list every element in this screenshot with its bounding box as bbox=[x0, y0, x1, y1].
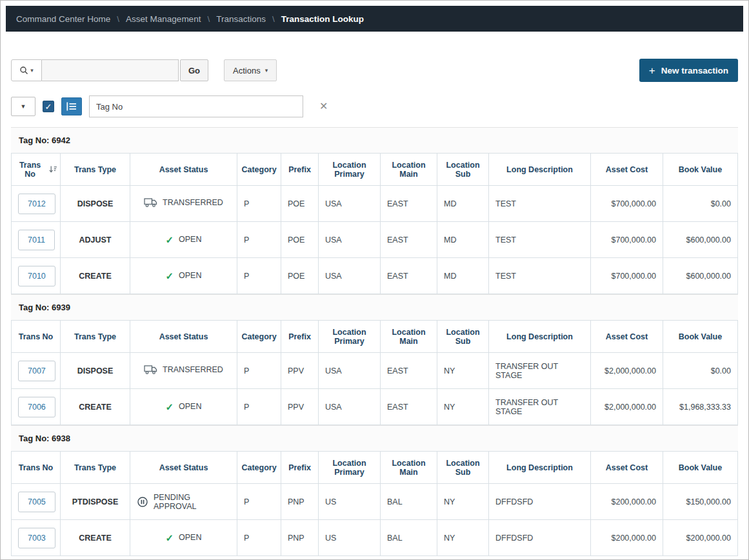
cell-location_sub: MD bbox=[437, 222, 489, 258]
chevron-down-icon: ▾ bbox=[30, 67, 34, 74]
column-header-trans_no[interactable]: Trans No bbox=[12, 154, 61, 186]
status-label: OPEN bbox=[179, 402, 201, 411]
chevron-down-icon: ▾ bbox=[265, 67, 268, 74]
column-header-prefix[interactable]: Prefix bbox=[281, 321, 319, 353]
column-header-label: Book Value bbox=[679, 165, 722, 174]
column-header-location_primary[interactable]: Location Primary bbox=[319, 321, 381, 353]
column-header-asset_status[interactable]: Asset Status bbox=[130, 154, 237, 186]
cell-long_description: DFFDSFD bbox=[489, 520, 591, 556]
column-header-location_main[interactable]: Location Main bbox=[381, 321, 437, 353]
filter-value-input[interactable] bbox=[89, 95, 303, 117]
filter-enabled-checkbox[interactable]: ✓ bbox=[43, 101, 54, 112]
column-header-asset_cost[interactable]: Asset Cost bbox=[591, 321, 663, 353]
check-icon: ✓ bbox=[165, 402, 174, 412]
cell-location_main: EAST bbox=[381, 353, 437, 389]
cell-book_value: $600,000.00 bbox=[663, 258, 738, 294]
cell-category: P bbox=[237, 484, 281, 520]
cell-trans_no: 7007 bbox=[12, 353, 61, 389]
column-header-label: Asset Status bbox=[159, 463, 208, 472]
cell-location_primary: USA bbox=[319, 186, 381, 222]
table-row: 7005PTDISPOSEPENDING APPROVALPPNPUSBALNY… bbox=[12, 484, 738, 520]
table-row: 7011ADJUST✓OPENPPOEUSAEASTMDTEST$700,000… bbox=[12, 222, 738, 258]
cell-location_primary: USA bbox=[319, 389, 381, 425]
column-header-location_main[interactable]: Location Main bbox=[381, 452, 437, 484]
cell-location_sub: NY bbox=[437, 353, 489, 389]
actions-button[interactable]: Actions ▾ bbox=[224, 59, 277, 81]
column-header-label: Location Primary bbox=[321, 459, 377, 477]
column-header-category[interactable]: Category bbox=[237, 321, 281, 353]
cell-asset_cost: $2,000,000.00 bbox=[591, 353, 663, 389]
column-header-label: Category bbox=[241, 463, 276, 472]
transactions-table: Trans NoTrans TypeAsset StatusCategoryPr… bbox=[11, 153, 738, 294]
column-header-trans_type[interactable]: Trans Type bbox=[61, 154, 130, 186]
new-transaction-button[interactable]: + New transaction bbox=[639, 59, 738, 82]
column-header-book_value[interactable]: Book Value bbox=[663, 154, 738, 186]
cell-asset_status: ✓OPEN bbox=[130, 258, 237, 294]
breadcrumb-link[interactable]: Command Center Home bbox=[16, 14, 110, 24]
go-button[interactable]: Go bbox=[180, 59, 208, 81]
cell-location_main: EAST bbox=[381, 222, 437, 258]
trans-no-link[interactable]: 7005 bbox=[18, 492, 55, 512]
filter-column-button[interactable] bbox=[61, 97, 82, 115]
cell-asset_cost: $2,000,000.00 bbox=[591, 389, 663, 425]
column-header-location_main[interactable]: Location Main bbox=[381, 154, 437, 186]
column-header-trans_type[interactable]: Trans Type bbox=[61, 321, 130, 353]
breadcrumb-separator: \ bbox=[117, 14, 119, 24]
column-header-location_sub[interactable]: Location Sub bbox=[437, 321, 489, 353]
trans-no-link[interactable]: 7011 bbox=[18, 230, 55, 250]
column-header-location_sub[interactable]: Location Sub bbox=[437, 452, 489, 484]
search-input[interactable] bbox=[42, 59, 179, 81]
cell-category: P bbox=[237, 258, 281, 294]
cell-book_value: $0.00 bbox=[663, 186, 738, 222]
column-header-asset_status[interactable]: Asset Status bbox=[130, 452, 237, 484]
column-header-long_description[interactable]: Long Description bbox=[489, 452, 591, 484]
cell-location_main: BAL bbox=[381, 520, 437, 556]
remove-filter-button[interactable]: ✕ bbox=[315, 101, 332, 112]
trans-no-link[interactable]: 7010 bbox=[18, 266, 55, 286]
column-header-label: Long Description bbox=[506, 463, 573, 472]
table-row: 7010CREATE✓OPENPPOEUSAEASTMDTEST$700,000… bbox=[12, 258, 738, 294]
trans-no-link[interactable]: 7006 bbox=[18, 397, 55, 417]
status-label: OPEN bbox=[179, 271, 201, 280]
column-header-location_sub[interactable]: Location Sub bbox=[437, 154, 489, 186]
column-header-location_primary[interactable]: Location Primary bbox=[319, 452, 381, 484]
column-header-long_description[interactable]: Long Description bbox=[489, 154, 591, 186]
column-header-prefix[interactable]: Prefix bbox=[281, 452, 319, 484]
group-tag-header: Tag No: 6938 bbox=[11, 425, 738, 451]
breadcrumb-link[interactable]: Asset Management bbox=[126, 14, 201, 24]
status-badge: ✓OPEN bbox=[165, 533, 201, 543]
column-header-label: Book Value bbox=[679, 463, 722, 472]
column-header-label: Prefix bbox=[288, 332, 311, 341]
column-header-trans_type[interactable]: Trans Type bbox=[61, 452, 130, 484]
column-header-trans_no[interactable]: Trans No bbox=[12, 452, 61, 484]
cell-book_value: $600,000.00 bbox=[663, 222, 738, 258]
column-header-long_description[interactable]: Long Description bbox=[489, 321, 591, 353]
column-header-prefix[interactable]: Prefix bbox=[281, 154, 319, 186]
column-header-book_value[interactable]: Book Value bbox=[663, 321, 738, 353]
trans-no-link[interactable]: 7007 bbox=[18, 361, 55, 381]
column-header-trans_no[interactable]: Trans No bbox=[12, 321, 61, 353]
column-header-asset_cost[interactable]: Asset Cost bbox=[591, 452, 663, 484]
breadcrumb-link[interactable]: Transactions bbox=[216, 14, 266, 24]
column-header-location_primary[interactable]: Location Primary bbox=[319, 154, 381, 186]
cell-prefix: PPV bbox=[281, 353, 319, 389]
column-header-book_value[interactable]: Book Value bbox=[663, 452, 738, 484]
trans-no-link[interactable]: 7003 bbox=[18, 528, 55, 548]
column-header-category[interactable]: Category bbox=[237, 452, 281, 484]
column-header-category[interactable]: Category bbox=[237, 154, 281, 186]
cell-location_primary: US bbox=[319, 520, 381, 556]
cell-location_main: EAST bbox=[381, 258, 437, 294]
column-header-asset_cost[interactable]: Asset Cost bbox=[591, 154, 663, 186]
column-header-label: Asset Cost bbox=[606, 165, 648, 174]
transactions-table: Trans NoTrans TypeAsset StatusCategoryPr… bbox=[11, 320, 738, 425]
report-groups: Tag No: 6942Trans NoTrans TypeAsset Stat… bbox=[11, 127, 738, 556]
trans-no-link[interactable]: 7012 bbox=[18, 194, 55, 214]
group-tag-header: Tag No: 6942 bbox=[11, 127, 738, 153]
status-badge: TRANSFERRED bbox=[144, 197, 223, 208]
column-header-label: Prefix bbox=[288, 463, 311, 472]
filter-dropdown-button[interactable]: ▼ bbox=[11, 97, 35, 116]
cell-trans_no: 7003 bbox=[12, 520, 61, 556]
search-options-button[interactable]: ▾ bbox=[11, 59, 42, 81]
column-header-label: Book Value bbox=[679, 332, 722, 341]
column-header-asset_status[interactable]: Asset Status bbox=[130, 321, 237, 353]
